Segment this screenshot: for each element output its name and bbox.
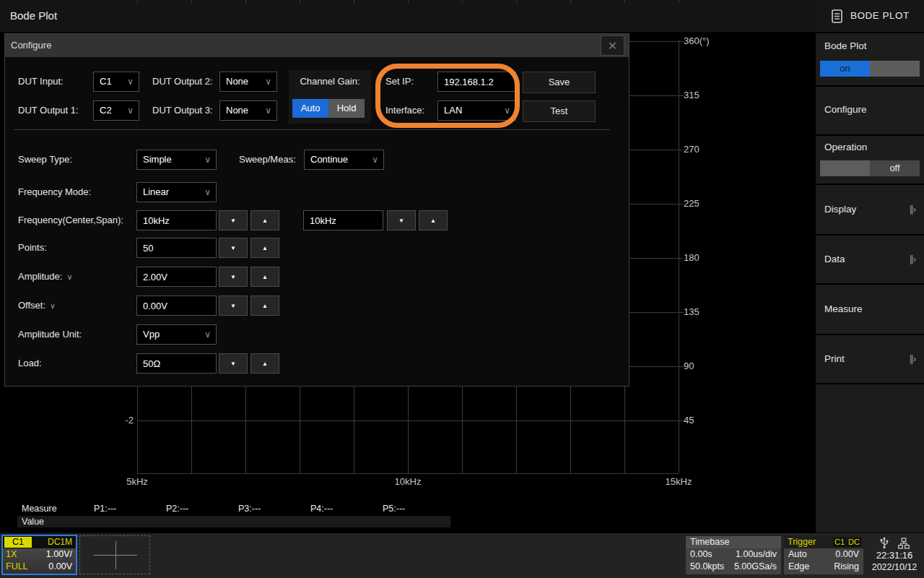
sidebar-item-measure[interactable]: Measure [816, 285, 924, 334]
measure-slot-p2[interactable]: P2:--- [166, 504, 188, 514]
dut-output3-select[interactable]: None ∨ [219, 100, 277, 121]
frequency-span-input[interactable] [303, 210, 383, 230]
grid-line [679, 150, 684, 150]
timebase-points: 50.0kpts [690, 561, 724, 571]
sidebar-item-data[interactable]: Data ∥› [816, 236, 924, 283]
measure-slot-p3[interactable]: P3:--- [238, 504, 261, 514]
grid-line [408, 387, 409, 473]
toggle-on-segment: on [820, 61, 870, 77]
test-button[interactable]: Test [523, 100, 596, 122]
freq-tick-label: 10kHz [386, 476, 430, 488]
phase-tick-label: 225 [684, 198, 699, 210]
load-label: Load: [18, 353, 42, 374]
dialog-titlebar[interactable]: Configure × [5, 34, 629, 57]
interface-select[interactable]: LAN ∨ [437, 100, 516, 121]
points-label: Points: [18, 238, 47, 258]
channel-gain-auto-button[interactable]: Auto [292, 99, 328, 118]
amplitude-unit-select[interactable]: Vpp ∨ [136, 324, 217, 345]
grid-line [679, 204, 684, 204]
trigger-level: 0.00V [835, 549, 859, 559]
grid-line [679, 258, 684, 259]
trigger-title: Trigger [788, 536, 816, 548]
grid-line [191, 387, 192, 473]
toggle-off-segment: off [870, 160, 920, 176]
measure-slot-p4[interactable]: P4:--- [310, 504, 333, 514]
load-input[interactable] [136, 353, 217, 374]
sidebar-empty-section [816, 384, 924, 532]
frequency-center-input[interactable] [136, 210, 217, 230]
points-input[interactable] [136, 238, 217, 258]
grid-line [462, 387, 463, 473]
sweep-meas-label: Sweep/Meas: [239, 150, 296, 170]
phase-tick-label: 45 [684, 415, 694, 426]
frequency-mode-select[interactable]: Linear ∨ [136, 182, 217, 202]
chevron-down-icon: ∨ [127, 72, 134, 91]
phase-tick-label: 135 [684, 306, 699, 318]
frequency-center-increment-button[interactable]: ▲ [250, 210, 279, 230]
grid-line [137, 420, 679, 421]
offset-decrement-button[interactable]: ▼ [219, 296, 248, 316]
frequency-label: Frequency(Center,Span): [18, 210, 123, 230]
channel-gain-hold-button[interactable]: Hold [328, 99, 365, 118]
sidebar-item-display[interactable]: Display ∥› [816, 185, 924, 234]
grid-line [629, 366, 679, 367]
dut-input-select[interactable]: C1 ∨ [93, 72, 139, 92]
sweep-meas-select[interactable]: Continue ∨ [304, 150, 384, 170]
chevron-down-icon: ∨ [66, 272, 72, 281]
dut-output2-select[interactable]: None ∨ [219, 72, 277, 92]
grid-line [191, 0, 192, 3]
offset-increment-button[interactable]: ▲ [250, 296, 279, 316]
grid-line [629, 258, 679, 259]
grid-line [679, 40, 679, 473]
frequency-center-decrement-button[interactable]: ▼ [219, 210, 248, 230]
chevron-down-icon: ∨ [265, 72, 271, 91]
dut-output1-select[interactable]: C2 ∨ [93, 100, 139, 121]
load-increment-button[interactable]: ▲ [250, 353, 279, 374]
toggle-off-segment [870, 61, 920, 77]
add-channel-button[interactable] [79, 535, 150, 574]
operation-toggle[interactable]: off [820, 160, 920, 176]
sidebar: BODE PLOT Bode Plot on Configure Operati… [816, 0, 924, 532]
grid-line [137, 387, 138, 473]
grid-line [679, 366, 684, 367]
sidebar-item-operation: Operation off [816, 136, 924, 184]
save-button[interactable]: Save [523, 72, 596, 93]
frequency-mode-label: Frequency Mode: [18, 182, 91, 202]
measure-slot-p1[interactable]: P1:--- [94, 504, 116, 514]
chevron-down-icon: ∨ [50, 301, 56, 310]
points-increment-button[interactable]: ▲ [250, 238, 279, 258]
bode-plot-toggle[interactable]: on [820, 61, 920, 77]
grid-line [679, 420, 684, 421]
close-icon[interactable]: × [601, 35, 624, 56]
offset-input[interactable] [136, 296, 217, 316]
grid-line [245, 0, 246, 3]
points-decrement-button[interactable]: ▼ [219, 238, 248, 258]
set-ip-input[interactable] [437, 72, 516, 92]
freq-tick-label: 15kHz [657, 476, 700, 488]
dut-output2-label: DUT Output 2: [152, 72, 213, 92]
amplitude-label[interactable]: Amplitude:∨ [18, 267, 72, 287]
timebase-scale: 1.00us/div [736, 549, 777, 559]
sidebar-item-print[interactable]: Print ∥› [816, 335, 924, 383]
amplitude-input[interactable] [136, 267, 217, 287]
frequency-span-decrement-button[interactable]: ▼ [387, 210, 416, 230]
timebase-delay: 0.00s [690, 549, 712, 559]
frequency-span-increment-button[interactable]: ▲ [419, 210, 448, 230]
sidebar-item-configure[interactable]: Configure [816, 87, 924, 134]
chevron-down-icon: ∨ [265, 101, 271, 120]
channel-c1-box[interactable]: C1 DC1M 1X 1.00V/ FULL 0.00V [1, 535, 77, 575]
offset-label[interactable]: Offset:∨ [18, 296, 56, 316]
timebase-panel[interactable]: Timebase 0.00s 1.00us/div 50.0kpts 5.00G… [686, 536, 781, 574]
grid-line [679, 95, 684, 96]
grid-line [354, 387, 354, 473]
crosshair-icon [116, 541, 116, 569]
amplitude-decrement-button[interactable]: ▼ [219, 267, 248, 287]
submenu-icon: ∥› [909, 254, 915, 264]
channel-coupling: DC1M [48, 537, 72, 547]
measure-slot-p5[interactable]: P5:--- [383, 504, 405, 514]
dialog-divider [14, 129, 610, 130]
trigger-panel[interactable]: Trigger C1 DC Auto 0.00V Edge Rising [784, 536, 863, 574]
load-decrement-button[interactable]: ▼ [219, 353, 248, 374]
amplitude-increment-button[interactable]: ▲ [250, 267, 279, 287]
sweep-type-select[interactable]: Simple ∨ [136, 150, 217, 170]
